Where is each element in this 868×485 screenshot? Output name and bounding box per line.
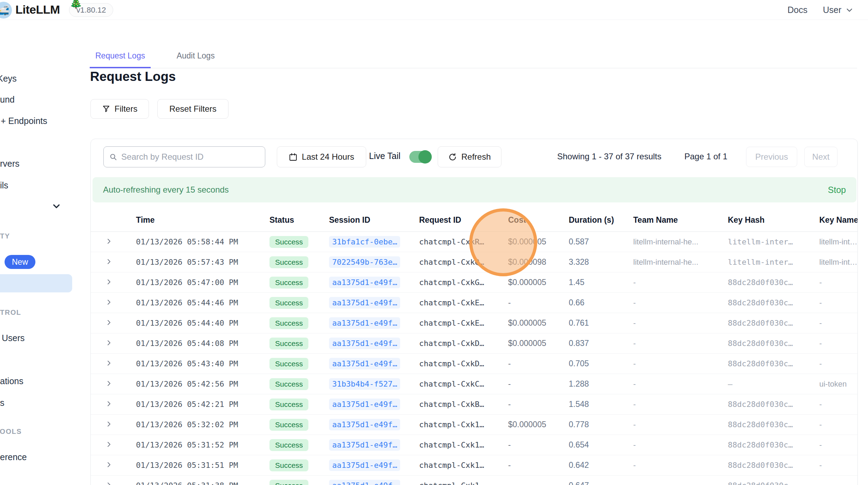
session-id-link[interactable]: aa1375d1-e49f… — [329, 480, 400, 485]
cell-team-name: - — [633, 461, 728, 470]
tab-audit-logs[interactable]: Audit Logs — [171, 46, 220, 68]
brand-title: LiteLLM — [15, 3, 60, 16]
expand-row-chevron-icon[interactable] — [105, 339, 113, 347]
cell-key-name: litellm-int… — [819, 237, 858, 247]
session-id-link[interactable]: aa1375d1-e49f… — [329, 297, 400, 309]
refresh-button[interactable]: Refresh — [438, 146, 501, 167]
status-badge: Success — [269, 317, 308, 329]
table-row[interactable]: 01/13/2026 05:43:40 PM Success aa1375d1-… — [91, 354, 857, 374]
expand-row-chevron-icon[interactable] — [105, 359, 113, 367]
table-row[interactable]: 01/13/2026 05:42:21 PM Success aa1375d1-… — [91, 394, 857, 415]
cell-cost: - — [508, 298, 569, 307]
column-header: Request ID — [419, 215, 508, 225]
time-range-label: Last 24 Hours — [302, 152, 354, 162]
cell-cost: $0.000005 — [508, 278, 569, 287]
column-header: Key Name — [819, 215, 858, 225]
expand-row-chevron-icon[interactable] — [105, 400, 113, 408]
table-row[interactable]: 01/13/2026 05:31:38 PM Success aa1375d1-… — [91, 476, 857, 485]
sidebar-section-label: TROL — [0, 309, 21, 317]
cell-team-name: - — [633, 319, 728, 328]
session-id-link[interactable]: aa1375d1-e49f… — [329, 419, 400, 430]
table-row[interactable]: 01/13/2026 05:57:43 PM Success 7022549b-… — [91, 252, 857, 272]
expand-row-chevron-icon[interactable] — [105, 237, 113, 245]
status-badge: Success — [269, 297, 308, 309]
sidebar-item[interactable]: ils — [0, 180, 8, 190]
next-page-button[interactable]: Next — [804, 147, 838, 167]
table-row[interactable]: 01/13/2026 05:58:44 PM Success 31bfa1cf-… — [91, 232, 857, 252]
cell-key-name: ui-token — [819, 380, 858, 389]
cell-duration: 0.705 — [569, 359, 633, 368]
expand-row-chevron-icon[interactable] — [105, 481, 113, 485]
live-tail-toggle[interactable] — [409, 151, 432, 163]
cell-team-name: - — [633, 420, 728, 429]
cell-duration: 0.642 — [569, 460, 633, 470]
session-id-link[interactable]: aa1375d1-e49f… — [329, 317, 400, 329]
cell-time: 01/13/2026 05:43:40 PM — [136, 359, 269, 368]
chevron-down-icon — [845, 6, 854, 15]
expand-row-chevron-icon[interactable] — [105, 257, 113, 266]
expand-row-chevron-icon[interactable] — [105, 420, 113, 428]
sidebar-item[interactable]: + Endpoints — [1, 116, 47, 126]
cell-team-name: - — [633, 400, 728, 409]
tab-request-logs[interactable]: Request Logs — [90, 46, 151, 68]
page-info: Page 1 of 1 — [684, 152, 727, 161]
session-id-link[interactable]: aa1375d1-e49f… — [329, 399, 400, 410]
cell-key-hash: 88dc28d0f030c… — [728, 359, 819, 368]
table-row[interactable]: 01/13/2026 05:44:46 PM Success aa1375d1-… — [91, 293, 857, 313]
time-range-button[interactable]: Last 24 Hours — [277, 146, 366, 167]
sidebar-item[interactable]: ations — [0, 376, 23, 386]
table-row[interactable]: 01/13/2026 05:31:52 PM Success aa1375d1-… — [91, 435, 857, 455]
reset-filters-button[interactable]: Reset Filters — [157, 99, 228, 119]
table-row[interactable]: 01/13/2026 05:47:00 PM Success aa1375d1-… — [91, 272, 857, 293]
results-summary: Showing 1 - 37 of 37 results — [557, 152, 662, 161]
session-id-link[interactable]: 7022549b-763e… — [329, 256, 400, 268]
session-id-link[interactable]: aa1375d1-e49f… — [329, 439, 400, 451]
filters-button-label: Filters — [115, 104, 137, 114]
sidebar-item[interactable]: und — [0, 95, 15, 105]
cell-key-hash: 88dc28d0f030c… — [728, 278, 819, 287]
table-row[interactable]: 01/13/2026 05:31:51 PM Success aa1375d1-… — [91, 455, 857, 476]
session-id-link[interactable]: aa1375d1-e49f… — [329, 358, 400, 369]
sidebar-active-item-highlight[interactable] — [0, 274, 72, 292]
column-header: Status — [269, 215, 329, 225]
expand-row-chevron-icon[interactable] — [105, 440, 113, 449]
session-id-link[interactable]: 31b3b4b4-f527… — [329, 378, 400, 390]
table-row[interactable]: 01/13/2026 05:44:08 PM Success aa1375d1-… — [91, 333, 857, 354]
session-id-link[interactable]: 31bfa1cf-0ebe… — [329, 236, 400, 248]
cell-request-id: chatcmpl-CxkE… — [419, 298, 508, 307]
cell-team-name: - — [633, 481, 728, 485]
expand-row-chevron-icon[interactable] — [105, 460, 113, 469]
session-id-link[interactable]: aa1375d1-e49f… — [329, 338, 400, 349]
sidebar-item[interactable]: rvers — [0, 159, 20, 169]
expand-row-chevron-icon[interactable] — [105, 318, 113, 327]
next-label: Next — [812, 152, 829, 162]
sidebar-item[interactable]: Users — [2, 333, 25, 343]
sidebar-collapse-chevron-icon[interactable] — [51, 201, 62, 212]
cell-team-name: - — [633, 298, 728, 307]
cell-duration: 0.647 — [569, 481, 633, 485]
expand-row-chevron-icon[interactable] — [105, 379, 113, 388]
docs-link[interactable]: Docs — [787, 5, 807, 15]
user-menu[interactable]: User — [823, 5, 854, 15]
status-badge: Success — [269, 419, 308, 431]
filters-button[interactable]: Filters — [90, 99, 149, 119]
train-emoji-icon: 🚅 — [0, 5, 9, 16]
search-input[interactable] — [121, 152, 259, 162]
cell-time: 01/13/2026 05:31:51 PM — [136, 461, 269, 470]
table-row[interactable]: 01/13/2026 05:42:56 PM Success 31b3b4b4-… — [91, 374, 857, 394]
cell-key-hash: litellm-inter… — [728, 258, 819, 266]
sidebar-item[interactable]: s — [0, 398, 5, 408]
session-id-link[interactable]: aa1375d1-e49f… — [329, 277, 400, 288]
refresh-button-label: Refresh — [461, 152, 491, 162]
previous-page-button[interactable]: Previous — [746, 147, 797, 167]
expand-row-chevron-icon[interactable] — [105, 298, 113, 306]
table-row[interactable]: 01/13/2026 05:44:40 PM Success aa1375d1-… — [91, 313, 857, 333]
cell-duration: 0.654 — [569, 440, 633, 450]
session-id-link[interactable]: aa1375d1-e49f… — [329, 459, 400, 471]
sidebar-item[interactable]: Keys — [0, 74, 17, 84]
expand-row-chevron-icon[interactable] — [105, 278, 113, 286]
cell-duration: 1.548 — [569, 400, 633, 409]
table-row[interactable]: 01/13/2026 05:32:02 PM Success aa1375d1-… — [91, 415, 857, 435]
sidebar-item[interactable]: erence — [0, 452, 27, 462]
stop-auto-refresh-link[interactable]: Stop — [828, 185, 846, 195]
